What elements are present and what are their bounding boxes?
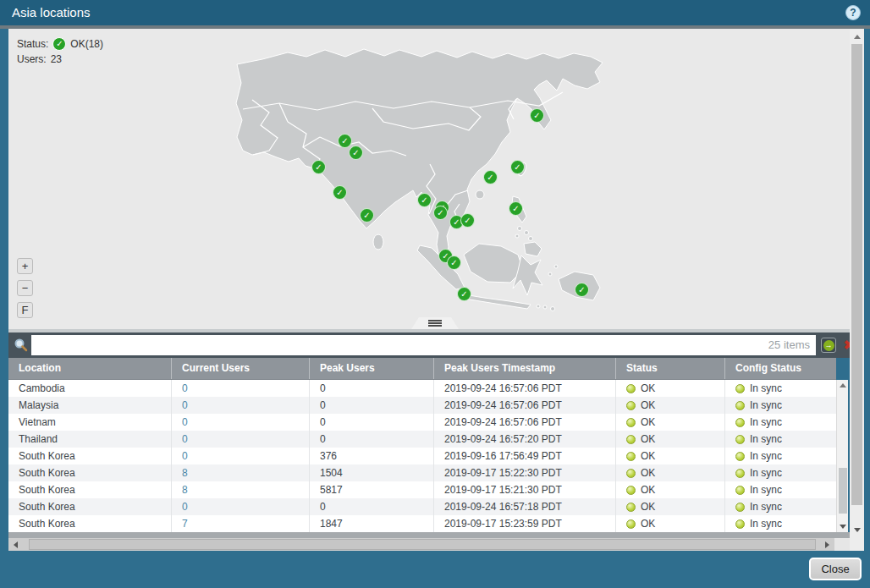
scroll-right-icon[interactable] <box>825 541 829 548</box>
search-bar: 25 items → ✖ <box>8 332 850 358</box>
table-vertical-scrollbar[interactable] <box>836 380 848 532</box>
column-header-peak-users[interactable]: Peak Users <box>309 358 433 379</box>
cell-current-users[interactable]: 0 <box>171 448 309 464</box>
cell-peak-users-timestamp: 2019-09-17 15:21:30 PDT <box>433 481 615 498</box>
status-text: OK <box>641 397 655 414</box>
cell-peak-users-timestamp: 2019-09-24 16:57:18 PDT <box>433 498 615 515</box>
column-header-config-status[interactable]: Config Status <box>724 358 836 379</box>
apply-filter-button[interactable]: → <box>821 338 836 353</box>
close-button[interactable]: Close <box>809 558 862 580</box>
location-ok-marker[interactable]: ✓ <box>457 287 471 301</box>
location-ok-marker[interactable]: ✓ <box>349 146 363 160</box>
cell-location: Cambodia <box>8 380 171 397</box>
table-scroll-thumb[interactable] <box>839 468 847 514</box>
location-ok-marker[interactable]: ✓ <box>417 193 432 207</box>
table-row[interactable]: South Korea858172019-09-17 15:21:30 PDTO… <box>8 481 836 498</box>
column-header-status[interactable]: Status <box>615 358 724 379</box>
cell-peak-users: 376 <box>309 448 433 464</box>
cell-current-users[interactable]: 0 <box>171 397 309 414</box>
cell-peak-users: 0 <box>309 498 433 515</box>
table-row[interactable]: Malaysia002019-09-24 16:57:06 PDTOKIn sy… <box>8 397 836 414</box>
location-ok-marker[interactable]: ✓ <box>338 134 352 148</box>
column-header-peak-users-timestamp[interactable]: Peak Users Timestamp <box>433 358 615 379</box>
location-ok-marker[interactable]: ✓ <box>360 208 374 223</box>
cell-location: South Korea <box>8 515 171 532</box>
map-zoom-in-button[interactable]: + <box>17 258 33 274</box>
scroll-left-icon[interactable] <box>14 541 18 548</box>
dialog-vertical-scrollbar[interactable] <box>850 29 864 551</box>
column-header-current-users[interactable]: Current Users <box>171 358 309 379</box>
map-fit-button[interactable]: F <box>17 302 33 318</box>
cell-location: South Korea <box>8 498 171 515</box>
cell-current-users[interactable]: 0 <box>171 498 309 515</box>
table-row[interactable]: Vietnam002019-09-24 16:57:06 PDTOKIn syn… <box>8 414 836 431</box>
dialog-scroll-down-icon[interactable] <box>854 528 861 532</box>
map-controls: + − F <box>17 258 33 318</box>
config-status-text: In sync <box>750 481 782 498</box>
table-row[interactable]: South Korea03762019-09-16 17:56:49 PDTOK… <box>8 448 836 464</box>
location-ok-marker[interactable]: ✓ <box>483 170 498 184</box>
location-ok-marker[interactable]: ✓ <box>447 256 461 270</box>
location-ok-marker[interactable]: ✓ <box>433 206 448 220</box>
map-table-splitter[interactable] <box>411 317 459 329</box>
table-scroll-up-icon[interactable] <box>840 383 846 387</box>
cell-config-status: In sync <box>724 397 836 414</box>
table-row[interactable]: South Korea815042019-09-17 15:22:30 PDTO… <box>8 464 836 481</box>
map-panel[interactable]: ✓✓✓✓✓✓✓✓✓✓✓✓✓✓✓✓✓✓ Status: ✓ OK(18) User… <box>8 29 850 329</box>
cell-current-users[interactable]: 0 <box>171 380 309 397</box>
column-header-location[interactable]: Location <box>8 358 171 379</box>
cell-status: OK <box>615 515 724 532</box>
config-status-orb-icon <box>735 469 745 478</box>
location-ok-marker[interactable]: ✓ <box>575 283 589 297</box>
location-ok-marker[interactable]: ✓ <box>460 213 475 228</box>
dialog-scroll-up-icon[interactable] <box>854 35 861 39</box>
cell-config-status: In sync <box>724 431 836 448</box>
location-ok-marker[interactable]: ✓ <box>510 160 525 174</box>
splitter-grip-icon <box>428 320 442 327</box>
cell-config-status: In sync <box>724 464 836 481</box>
config-status-orb-icon <box>735 401 745 410</box>
map-zoom-out-button[interactable]: − <box>17 280 33 296</box>
location-ok-marker[interactable]: ✓ <box>311 160 326 174</box>
help-icon[interactable]: ? <box>845 5 861 20</box>
dialog-scroll-thumb[interactable] <box>851 44 862 505</box>
cell-config-status: In sync <box>724 448 836 464</box>
table-row[interactable]: Thailand002019-09-24 16:57:20 PDTOKIn sy… <box>8 431 836 448</box>
config-status-text: In sync <box>750 498 782 515</box>
cell-current-users[interactable]: 7 <box>171 515 309 532</box>
cell-location: Vietnam <box>8 414 171 431</box>
cell-current-users[interactable]: 0 <box>171 414 309 431</box>
cell-peak-users-timestamp: 2019-09-24 16:57:20 PDT <box>433 431 615 448</box>
cell-peak-users: 5817 <box>309 481 433 498</box>
table-row[interactable]: Cambodia002019-09-24 16:57:06 PDTOKIn sy… <box>8 380 836 397</box>
config-status-text: In sync <box>750 397 782 414</box>
cell-peak-users-timestamp: 2019-09-24 16:57:06 PDT <box>433 380 615 397</box>
status-label: Status: <box>17 38 48 50</box>
table-scroll-down-icon[interactable] <box>840 525 846 529</box>
cell-peak-users-timestamp: 2019-09-24 16:57:06 PDT <box>433 397 615 414</box>
horizontal-scroll-thumb[interactable] <box>29 539 816 550</box>
status-text: OK <box>641 464 655 481</box>
filter-input[interactable] <box>31 335 816 355</box>
cell-current-users[interactable]: 8 <box>171 481 309 498</box>
cell-current-users[interactable]: 8 <box>171 464 309 481</box>
status-orb-icon <box>626 418 636 427</box>
location-ok-marker[interactable]: ✓ <box>530 108 544 123</box>
location-ok-marker[interactable]: ✓ <box>509 201 523 216</box>
table-row[interactable]: South Korea718472019-09-17 15:23:59 PDTO… <box>8 515 836 532</box>
config-status-orb-icon <box>735 418 745 427</box>
cell-config-status: In sync <box>724 414 836 431</box>
cell-current-users[interactable]: 0 <box>171 431 309 448</box>
location-ok-marker[interactable]: ✓ <box>333 185 347 200</box>
asia-map-graphic <box>8 29 850 329</box>
table-row[interactable]: South Korea002019-09-24 16:57:18 PDTOKIn… <box>8 498 836 515</box>
cell-status: OK <box>615 481 724 498</box>
asia-locations-dialog: Asia locations ? <box>0 0 870 588</box>
config-status-text: In sync <box>750 515 782 532</box>
cell-config-status: In sync <box>724 498 836 515</box>
cell-peak-users: 0 <box>309 380 433 397</box>
cell-location: South Korea <box>8 464 171 481</box>
horizontal-scrollbar[interactable] <box>8 538 850 551</box>
cell-peak-users: 1847 <box>309 515 433 532</box>
cell-peak-users-timestamp: 2019-09-16 17:56:49 PDT <box>433 448 615 464</box>
